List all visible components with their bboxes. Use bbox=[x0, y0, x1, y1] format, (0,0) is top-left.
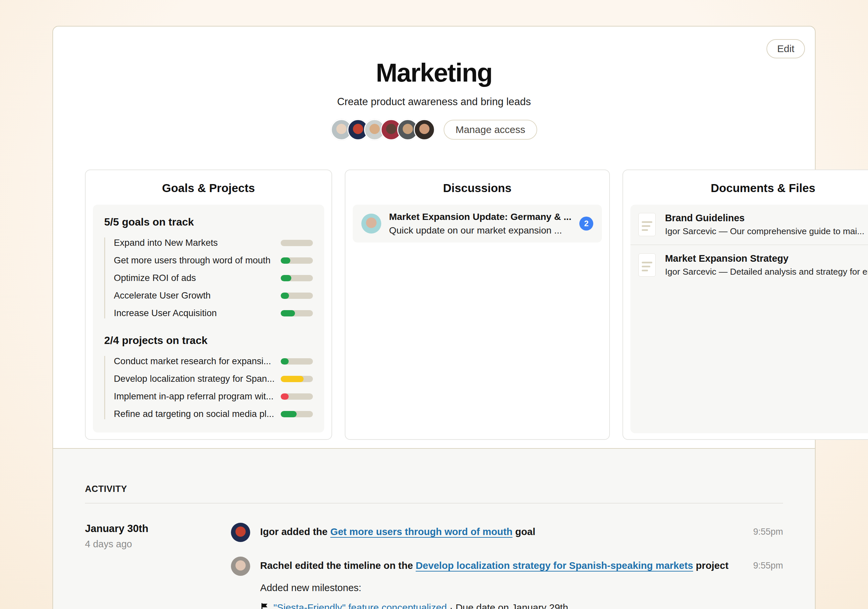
progress-bar bbox=[281, 293, 313, 299]
document-meta: Igor Sarcevic — Detailed analysis and st… bbox=[665, 267, 868, 277]
goals-projects-card-title: Goals & Projects bbox=[91, 181, 326, 195]
activity-headline-pre: Rachel edited the timeline on the bbox=[260, 560, 416, 571]
progress-bar-fill bbox=[281, 394, 289, 400]
activity-feed: January 30th 4 days ago Igor added the G… bbox=[85, 523, 783, 609]
goal-label: Conduct market research for expansi... bbox=[114, 356, 271, 367]
goal-row[interactable]: Increase User Acquisition bbox=[114, 308, 313, 318]
progress-bar-fill bbox=[281, 358, 289, 364]
document-icon bbox=[639, 253, 656, 277]
discussions-card: Discussions Market Expansion Update: Ger… bbox=[345, 169, 610, 440]
progress-bar bbox=[281, 376, 313, 382]
progress-bar-fill bbox=[281, 293, 289, 299]
manage-access-button[interactable]: Manage access bbox=[443, 120, 537, 139]
progress-bar bbox=[281, 411, 313, 417]
progress-bar bbox=[281, 257, 313, 264]
activity-headline-pre: Igor added the bbox=[260, 526, 330, 537]
progress-bar-fill bbox=[281, 411, 297, 417]
activity-heading: ACTIVITY bbox=[85, 484, 783, 494]
progress-bar bbox=[281, 358, 313, 364]
activity-divider bbox=[85, 503, 783, 504]
activity-entries: Igor added the Get more users through wo… bbox=[231, 523, 783, 609]
goal-label: Optimize ROI of ads bbox=[114, 273, 196, 283]
documents-panel: Brand Guidelines Igor Sarcevic — Our com… bbox=[631, 205, 868, 433]
milestone-link[interactable]: "Siesta-Friendly" feature conceptualized bbox=[273, 602, 447, 609]
goal-row[interactable]: Expand into New Markets bbox=[114, 237, 313, 248]
activity-entry: Igor added the Get more users through wo… bbox=[231, 523, 783, 542]
goal-label: Expand into New Markets bbox=[114, 237, 218, 248]
overview-cards-row: Goals & Projects 5/5 goals on track Expa… bbox=[85, 169, 783, 420]
progress-bar-fill bbox=[281, 275, 291, 281]
flag-icon bbox=[260, 603, 268, 609]
discussions-card-title: Discussions bbox=[351, 181, 603, 195]
goal-row[interactable]: Implement in-app referral program wit... bbox=[114, 391, 313, 402]
activity-entry-body: Rachel edited the timeline on the Develo… bbox=[260, 556, 743, 609]
goal-row[interactable]: Refine ad targeting on social media pl..… bbox=[114, 409, 313, 419]
activity-headline: Igor added the Get more users through wo… bbox=[260, 525, 743, 538]
avatar-stack bbox=[331, 119, 435, 140]
document-title: Market Expansion Strategy bbox=[665, 253, 868, 264]
documents-files-card: Documents & Files Brand Guidelines Igor … bbox=[623, 169, 868, 440]
goal-row[interactable]: Conduct market research for expansi... bbox=[114, 356, 313, 367]
people-row: Manage access bbox=[53, 119, 815, 140]
projects-on-track-heading: 2/4 projects on track bbox=[104, 334, 313, 347]
milestone-row: "Siesta-Friendly" feature conceptualized… bbox=[260, 602, 743, 609]
goal-label: Refine ad targeting on social media pl..… bbox=[114, 409, 274, 419]
goal-label: Get more users through word of mouth bbox=[114, 255, 270, 266]
document-title: Brand Guidelines bbox=[665, 212, 864, 223]
documents-files-card-title: Documents & Files bbox=[629, 181, 868, 195]
member-avatar-woman-curly-hair bbox=[414, 119, 435, 140]
discussion-preview: Quick update on our market expansion ... bbox=[389, 225, 572, 236]
activity-date-group: January 30th 4 days ago bbox=[85, 523, 231, 609]
discussion-text: Market Expansion Update: Germany & ... Q… bbox=[389, 211, 572, 236]
goal-row[interactable]: Optimize ROI of ads bbox=[114, 273, 313, 283]
progress-bar bbox=[281, 240, 313, 246]
activity-detail-heading: Added new milestones: bbox=[260, 582, 743, 594]
goals-list: Expand into New Markets Get more users t… bbox=[104, 237, 313, 318]
goal-row[interactable]: Develop localization strategy for Span..… bbox=[114, 373, 313, 384]
activity-entry: Rachel edited the timeline on the Develo… bbox=[231, 556, 783, 609]
document-meta: Igor Sarcevic — Our comprehensive guide … bbox=[665, 226, 864, 237]
milestones-list: "Siesta-Friendly" feature conceptualized… bbox=[260, 602, 743, 609]
progress-bar bbox=[281, 394, 313, 400]
progress-bar-fill bbox=[281, 257, 290, 264]
activity-headline-link[interactable]: Get more users through word of mouth bbox=[330, 526, 512, 537]
goal-label: Accelerate User Growth bbox=[114, 290, 211, 301]
page-title: Marketing bbox=[53, 58, 815, 88]
activity-headline-post: goal bbox=[512, 526, 535, 537]
progress-bar-fill bbox=[281, 310, 295, 316]
document-item[interactable]: Market Expansion Strategy Igor Sarcevic … bbox=[631, 245, 868, 285]
goal-row[interactable]: Accelerate User Growth bbox=[114, 290, 313, 301]
progress-bar bbox=[281, 275, 313, 281]
discussion-item[interactable]: Market Expansion Update: Germany & ... Q… bbox=[353, 205, 602, 242]
activity-headline-post: project bbox=[693, 560, 728, 571]
goals-panel: 5/5 goals on track Expand into New Marke… bbox=[93, 205, 324, 432]
activity-timestamp: 9:55pm bbox=[753, 556, 783, 571]
goals-projects-card: Goals & Projects 5/5 goals on track Expa… bbox=[85, 169, 332, 440]
progress-bar-fill bbox=[281, 376, 304, 382]
project-header: Marketing Create product awareness and b… bbox=[53, 26, 815, 140]
milestone-suffix: · Due date on January 29th bbox=[447, 602, 568, 609]
activity-entry-body: Igor added the Get more users through wo… bbox=[260, 523, 743, 538]
activity-timestamp: 9:55pm bbox=[753, 523, 783, 537]
activity-date-relative: 4 days ago bbox=[85, 539, 231, 550]
goal-label: Implement in-app referral program wit... bbox=[114, 391, 273, 402]
activity-date: January 30th bbox=[85, 523, 231, 535]
document-item[interactable]: Brand Guidelines Igor Sarcevic — Our com… bbox=[631, 205, 868, 245]
goal-row[interactable]: Get more users through word of mouth bbox=[114, 255, 313, 266]
activity-headline-link[interactable]: Develop localization strategy for Spanis… bbox=[416, 560, 693, 571]
activity-actor-avatar bbox=[231, 523, 250, 542]
goal-label: Develop localization strategy for Span..… bbox=[114, 373, 275, 384]
goal-label: Increase User Acquisition bbox=[114, 308, 217, 318]
activity-actor-avatar bbox=[231, 556, 250, 576]
projects-list: Conduct market research for expansi... D… bbox=[104, 356, 313, 419]
document-icon bbox=[639, 213, 656, 236]
page: { "page": { "edit_label": "Edit" }, "hea… bbox=[0, 0, 868, 609]
document-text: Market Expansion Strategy Igor Sarcevic … bbox=[665, 253, 868, 277]
discussion-title: Market Expansion Update: Germany & ... bbox=[389, 211, 572, 222]
discussions-list: Market Expansion Update: Germany & ... Q… bbox=[351, 195, 603, 242]
activity-section: ACTIVITY January 30th 4 days ago Igor ad… bbox=[53, 448, 815, 609]
edit-button[interactable]: Edit bbox=[766, 39, 805, 58]
progress-bar bbox=[281, 310, 313, 316]
discussion-author-avatar bbox=[361, 214, 381, 234]
document-text: Brand Guidelines Igor Sarcevic — Our com… bbox=[665, 212, 864, 237]
